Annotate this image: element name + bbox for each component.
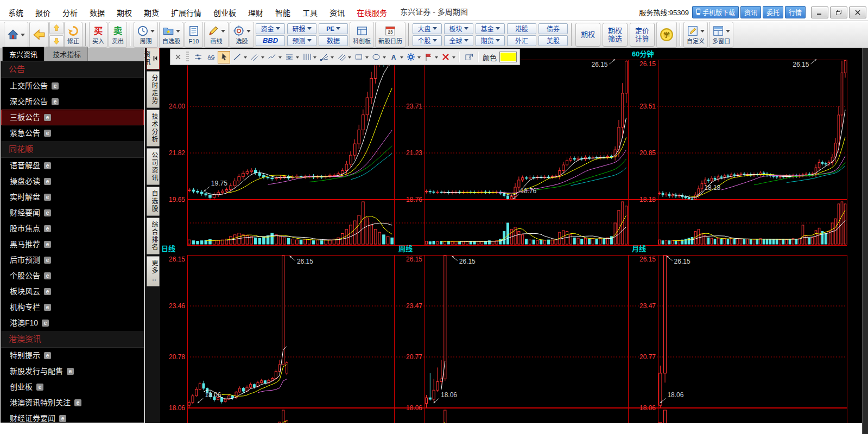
toolbar-button-大盘[interactable]: 大盘 <box>413 23 442 34</box>
menu-item-4[interactable]: 数据 <box>84 5 111 20</box>
chart-panel-overlay-min60-left[interactable] <box>187 60 394 245</box>
vtab-分时走势[interactable]: 分时走势 <box>147 71 160 108</box>
vtab-资讯[interactable]: 资讯 <box>147 48 160 69</box>
chart-panel-overlay-min60-mid[interactable] <box>425 60 628 245</box>
quick-button-4[interactable]: 行情 <box>785 6 806 18</box>
sidebar-item-紧急公告[interactable]: 紧急公告e <box>1 125 144 141</box>
toolbar-button-周期[interactable]: 周期 <box>134 22 158 48</box>
toolbar-button-研报[interactable]: 研报 <box>287 23 316 34</box>
toolbar-button-画线[interactable]: 画线 <box>204 22 229 48</box>
vtab-公司资讯[interactable]: 公司资讯 <box>147 148 160 185</box>
quick-button-3[interactable]: 委托 <box>763 6 783 18</box>
drawbar-grip[interactable] <box>186 52 189 62</box>
sidebar-item-操盘必读[interactable]: 操盘必读e <box>1 174 144 189</box>
toolbar-button-卖出[interactable]: 卖卖出 <box>109 22 127 48</box>
draw-tool-measure-icon[interactable] <box>192 51 204 63</box>
toolbar-button-arrow-left[interactable] <box>29 22 49 48</box>
dropdown-caret-icon[interactable] <box>400 56 403 60</box>
page-up-button[interactable] <box>49 22 64 34</box>
sidebar-item-港澳资讯特别关注[interactable]: 港澳资讯特别关注e <box>1 395 144 411</box>
toolbar-button-基金[interactable]: 基金 <box>476 23 505 34</box>
toolbar-button-科创板[interactable]: 科创板 <box>350 22 374 48</box>
dropdown-caret-icon[interactable] <box>244 56 247 60</box>
page-down-button[interactable] <box>49 35 64 48</box>
close-button[interactable] <box>849 7 866 18</box>
draw-tool-rect-icon[interactable] <box>352 51 365 63</box>
vtab-技术分析[interactable]: 技术分析 <box>147 110 160 146</box>
toolbar-button-新股日历[interactable]: 23新股日历 <box>375 22 406 48</box>
draw-tool-golden-icon[interactable]: G <box>283 51 295 63</box>
draw-tool-delete-icon[interactable] <box>439 51 452 63</box>
sidebar-item-实时解盘[interactable]: 实时解盘e <box>1 189 144 205</box>
sidebar-item-黑马推荐[interactable]: 黑马推荐e <box>1 237 144 252</box>
vtab-综合排名[interactable]: 综合排名 <box>147 218 160 254</box>
minimize-button[interactable] <box>811 7 828 18</box>
menu-item-6[interactable]: 期货 <box>138 5 165 20</box>
sidebar-item-板块风云[interactable]: 板块风云e <box>1 284 144 299</box>
toolbar-button-债券[interactable]: 债券 <box>538 23 568 34</box>
right-scroll-strip[interactable] <box>862 48 868 434</box>
sidebar-item-三板公告[interactable]: 三板公告e <box>1 110 144 125</box>
menu-item-5[interactable]: 期权 <box>111 5 138 20</box>
toolbar-button-资金[interactable]: 资金 <box>256 23 285 34</box>
chart-panel-overlay-daily[interactable] <box>187 255 394 423</box>
toolbar-button-定价计算[interactable]: 定价计算 <box>630 23 655 47</box>
chart-panel-overlay-min60-right[interactable] <box>658 60 847 245</box>
vtab-自选股[interactable]: 自选股 <box>147 187 160 216</box>
toolbar-button-自定义[interactable]: 自定义 <box>683 22 708 48</box>
sidebar-tab-东兴资讯[interactable]: 东兴资讯 <box>2 47 45 61</box>
quick-button-2[interactable]: 资讯 <box>740 6 761 18</box>
chart-panel-overlay-weekly[interactable] <box>425 255 628 423</box>
sidebar-item-语音解盘[interactable]: 语音解盘e <box>1 158 144 174</box>
draw-tool-ag-icon[interactable]: AG <box>205 51 217 63</box>
sidebar-item-创业板[interactable]: 创业板e <box>1 379 144 395</box>
dropdown-caret-icon[interactable] <box>296 56 299 60</box>
dropdown-caret-icon[interactable] <box>435 56 438 60</box>
draw-tool-polyline-icon[interactable] <box>265 51 278 63</box>
menu-item-1[interactable]: 系统 <box>2 5 29 20</box>
menu-item-9[interactable]: 理财 <box>242 5 269 20</box>
drawbar-close-icon[interactable] <box>173 53 182 62</box>
draw-tool-text-icon[interactable]: A <box>387 51 400 63</box>
draw-tool-hatch-icon[interactable] <box>335 51 347 63</box>
toolbar-button-个股[interactable]: 个股 <box>413 35 442 46</box>
toolbar-button-期权[interactable]: 期权 <box>575 23 600 47</box>
sidebar-item-财经证券要闻[interactable]: 财经证券要闻e <box>1 411 144 423</box>
draw-tool-line-icon[interactable] <box>231 51 243 63</box>
draw-tool-cursor-icon[interactable] <box>218 51 230 63</box>
toolbar-button-BBD[interactable]: BBD <box>256 35 285 46</box>
menu-item-11[interactable]: 工具 <box>296 5 324 20</box>
toolbar-button-数据[interactable]: 数据 <box>319 35 348 46</box>
toolbar-button-修正[interactable]: 修正 <box>64 22 83 48</box>
sidebar-item-财经要闻[interactable]: 财经要闻e <box>1 205 144 221</box>
dropdown-caret-icon[interactable] <box>365 56 369 60</box>
toolbar-button-多窗口[interactable]: 多窗口 <box>709 22 733 48</box>
dropdown-caret-icon[interactable] <box>348 56 351 60</box>
sidebar-item-深交所公告[interactable]: 深交所公告e <box>1 94 144 110</box>
restore-button[interactable] <box>830 7 847 18</box>
toolbar-button-home[interactable] <box>4 22 28 48</box>
color-swatch[interactable] <box>499 52 517 62</box>
toolbar-button-coin-xue[interactable]: 学 <box>656 22 677 48</box>
sidebar-item-新股发行与配售[interactable]: 新股发行与配售e <box>1 363 144 379</box>
sidebar-item-港澳F10[interactable]: 港澳F10e <box>1 315 144 331</box>
draw-tool-vlines-icon[interactable] <box>300 51 313 63</box>
toolbar-button-预测[interactable]: 预测 <box>287 35 316 46</box>
sidebar-item-机构专栏[interactable]: 机构专栏e <box>1 299 144 315</box>
toolbar-button-买入[interactable]: 买买入 <box>89 22 107 48</box>
sidebar-item-后市预测[interactable]: 后市预测e <box>1 252 144 268</box>
quick-button-1[interactable]: 手机版下载 <box>692 6 739 18</box>
toolbar-button-全球[interactable]: 全球 <box>444 35 473 46</box>
chart-panel-overlay-monthly[interactable] <box>658 255 847 423</box>
toolbar-button-外汇[interactable]: 外汇 <box>507 35 536 46</box>
toolbar-button-期货[interactable]: 期货 <box>476 35 505 46</box>
menu-item-7[interactable]: 扩展行情 <box>165 5 207 20</box>
menu-item-3[interactable]: 分析 <box>56 5 84 20</box>
toolbar-button-港股[interactable]: 港股 <box>507 23 536 34</box>
draw-tool-fan-icon[interactable] <box>318 51 330 63</box>
sidebar-item-股市焦点[interactable]: 股市焦点e <box>1 221 144 237</box>
draw-tool-scale-icon[interactable] <box>462 51 475 63</box>
menu-item-8[interactable]: 创业板 <box>207 5 242 20</box>
menu-item-12[interactable]: 资讯 <box>324 5 351 20</box>
toolbar-button-板块[interactable]: 板块 <box>444 23 473 34</box>
